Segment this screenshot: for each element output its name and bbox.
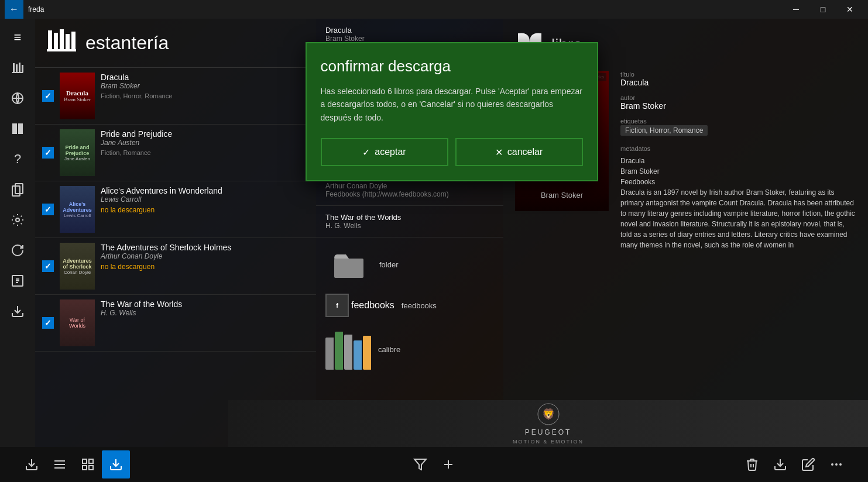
sidebar-item-refresh[interactable]	[4, 236, 32, 264]
content-area: estantería Dracula Bram Stoker Dracula B…	[35, 19, 868, 482]
sidebar-item-catalog[interactable]	[4, 267, 32, 295]
app-container: ≡ ?	[0, 19, 868, 482]
titlebar: ← freda ─ □ ✕	[0, 0, 868, 19]
confirm-dialog: confirmar descarga Has seleccionado 6 li…	[306, 42, 598, 181]
titlebar-left: ← freda	[5, 0, 44, 19]
sidebar-item-bookshelf[interactable]	[4, 54, 32, 82]
sidebar: ≡ ?	[0, 19, 35, 482]
dialog-buttons: ✓ aceptar ✕ cancelar	[321, 138, 583, 166]
svg-rect-1	[16, 64, 18, 73]
cancel-label: cancelar	[507, 147, 543, 157]
maximize-icon: □	[821, 5, 825, 14]
svg-rect-3	[22, 65, 23, 73]
maximize-button[interactable]: □	[809, 0, 836, 19]
svg-rect-2	[19, 63, 20, 73]
close-button[interactable]: ✕	[836, 0, 863, 19]
sidebar-item-settings[interactable]	[4, 206, 32, 234]
dialog-overlay: confirmar descarga Has seleccionado 6 li…	[35, 19, 868, 482]
minimize-icon: ─	[793, 5, 799, 14]
dialog-body: Has seleccionado 6 libros para descargar…	[321, 85, 583, 124]
svg-rect-8	[15, 184, 23, 194]
app-title: freda	[28, 5, 44, 13]
sidebar-item-globe[interactable]	[4, 84, 32, 112]
sidebar-item-copypaste[interactable]	[4, 175, 32, 204]
back-icon: ←	[9, 4, 19, 15]
back-button[interactable]: ←	[5, 0, 23, 19]
accept-button[interactable]: ✓ aceptar	[321, 138, 448, 166]
svg-rect-4	[12, 72, 23, 73]
sidebar-item-help[interactable]: ?	[4, 145, 32, 173]
dialog-title: confirmar descarga	[321, 57, 583, 75]
cancel-button[interactable]: ✕ cancelar	[455, 138, 583, 166]
accept-label: aceptar	[375, 147, 406, 157]
close-icon: ✕	[846, 5, 853, 14]
svg-rect-7	[18, 123, 23, 134]
svg-rect-6	[12, 123, 17, 134]
cancel-icon: ✕	[495, 147, 503, 158]
sidebar-item-hamburger[interactable]: ≡	[4, 23, 32, 51]
sidebar-item-columns[interactable]	[4, 115, 32, 143]
minimize-button[interactable]: ─	[783, 0, 809, 19]
svg-point-10	[16, 218, 19, 222]
accept-icon: ✓	[362, 147, 370, 158]
svg-rect-9	[12, 186, 20, 196]
svg-rect-0	[13, 63, 15, 73]
sidebar-item-download-alt[interactable]	[4, 297, 32, 325]
titlebar-controls: ─ □ ✕	[783, 0, 863, 19]
